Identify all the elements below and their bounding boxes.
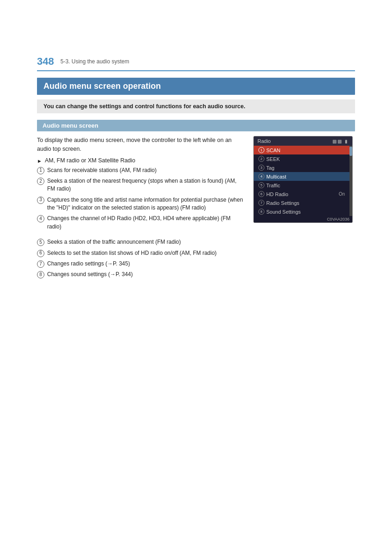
bullet-main: ► AM, FM radio or XM Satellite Radio [37, 157, 245, 164]
rs-num-4: 4 [258, 173, 264, 179]
bullet-text: AM, FM radio or XM Satellite Radio [45, 157, 135, 164]
item-2-text: Seeks a station of the nearest frequency… [47, 177, 245, 193]
num-badge-8: 8 [37, 271, 44, 278]
list-item: 6 Selects to set the station list shows … [37, 249, 355, 257]
num-badge-1: 1 [37, 167, 44, 174]
subsection-title: Audio menu screen [43, 122, 98, 129]
content-area: To display the audio menu screen, move t… [37, 136, 355, 234]
rs-item-5: 5 Traffic [254, 181, 349, 190]
num-badge-6: 6 [37, 250, 44, 257]
rs-label-4: Multicast [266, 174, 345, 179]
rs-item-1: 1 SCAN [254, 146, 349, 154]
rs-label-7: Radio Settings [266, 200, 345, 206]
item-1-text: Scans for receivable stations (AM, FM ra… [47, 166, 245, 174]
item-5-text: Seeks a station of the traffic announcem… [47, 238, 355, 246]
section-title-bar: Audio menu screen operation [37, 78, 355, 95]
rs-item-6: 6 HD Radio On [254, 190, 349, 198]
rs-label-8: Sound Settings [266, 209, 345, 215]
rs-num-7: 7 [258, 200, 264, 206]
item-7-text: Changes radio settings (→P. 345) [47, 260, 355, 268]
num-badge-7: 7 [37, 260, 44, 268]
description-text: To display the audio menu screen, move t… [37, 136, 245, 154]
rs-row: 1 SCAN 2 SEEK 3 Tag 4 [254, 146, 352, 216]
item-8-text: Changes sound settings (→P. 344) [47, 271, 355, 278]
left-column: To display the audio menu screen, move t… [37, 136, 245, 234]
list-item: 3 Captures the song title and artist nam… [37, 196, 245, 212]
rs-signal-icons: ▩▩ ▮ [332, 139, 349, 144]
radio-screen: Radio ▩▩ ▮ 1 SCAN 2 SEEK [253, 136, 353, 223]
list-item: 7 Changes radio settings (→P. 345) [37, 260, 355, 268]
rs-item-7: 7 Radio Settings [254, 198, 349, 207]
item-6-text: Selects to set the station list shows of… [47, 249, 355, 257]
num-badge-4: 4 [37, 215, 44, 222]
num-badge-2: 2 [37, 178, 44, 185]
page-number: 348 [37, 56, 54, 68]
rs-scrollbar [349, 146, 352, 216]
rs-label-3: Tag [266, 165, 345, 171]
numbered-list-main: 1 Scans for receivable stations (AM, FM … [37, 166, 245, 231]
intro-text: You can change the settings and control … [43, 103, 245, 110]
rs-num-2: 2 [258, 156, 264, 162]
rs-caption: C0VAA2036 [254, 216, 352, 222]
rs-header: Radio ▩▩ ▮ [254, 136, 352, 146]
section-title: Audio menu screen operation [43, 81, 161, 91]
rs-num-3: 3 [258, 165, 264, 171]
rs-num-1: 1 [258, 147, 264, 153]
rs-label-6: HD Radio [266, 191, 339, 197]
list-item: 2 Seeks a station of the nearest frequen… [37, 177, 245, 193]
num-badge-3: 3 [37, 197, 44, 204]
rs-num-5: 5 [258, 182, 264, 188]
rs-label-5: Traffic [266, 183, 345, 188]
rs-item-2: 2 SEEK [254, 154, 349, 163]
rs-item-3: 3 Tag [254, 163, 349, 172]
num-badge-5: 5 [37, 239, 44, 246]
page-subtitle: 5-3. Using the audio system [61, 58, 129, 65]
intro-box: You can change the settings and control … [37, 99, 355, 113]
rs-label-1: SCAN [266, 148, 345, 153]
rs-num-6: 6 [258, 191, 264, 197]
rs-val-6: On [339, 191, 345, 197]
item-3-text: Captures the song title and artist name … [47, 196, 245, 212]
list-item: 4 Changes the channel of HD Radio (HD2, … [37, 215, 245, 231]
subsection-bar: Audio menu screen [37, 120, 355, 131]
radio-screen-container: Radio ▩▩ ▮ 1 SCAN 2 SEEK [253, 136, 355, 223]
list-item: 8 Changes sound settings (→P. 344) [37, 271, 355, 278]
rs-header-label: Radio [257, 138, 271, 144]
rs-item-4: 4 Multicast [254, 172, 349, 181]
page-header: 348 5-3. Using the audio system [37, 56, 355, 71]
list-item: 1 Scans for receivable stations (AM, FM … [37, 166, 245, 174]
page: 348 5-3. Using the audio system Audio me… [0, 0, 392, 555]
numbered-list-below: 5 Seeks a station of the traffic announc… [37, 238, 355, 279]
rs-num-8: 8 [258, 209, 264, 215]
item-4-text: Changes the channel of HD Radio (HD2, HD… [47, 215, 245, 231]
arrow-icon: ► [37, 157, 42, 164]
list-item: 5 Seeks a station of the traffic announc… [37, 238, 355, 246]
rs-item-8: 8 Sound Settings [254, 207, 349, 216]
rs-label-2: SEEK [266, 156, 345, 162]
rs-items-col: 1 SCAN 2 SEEK 3 Tag 4 [254, 146, 349, 216]
